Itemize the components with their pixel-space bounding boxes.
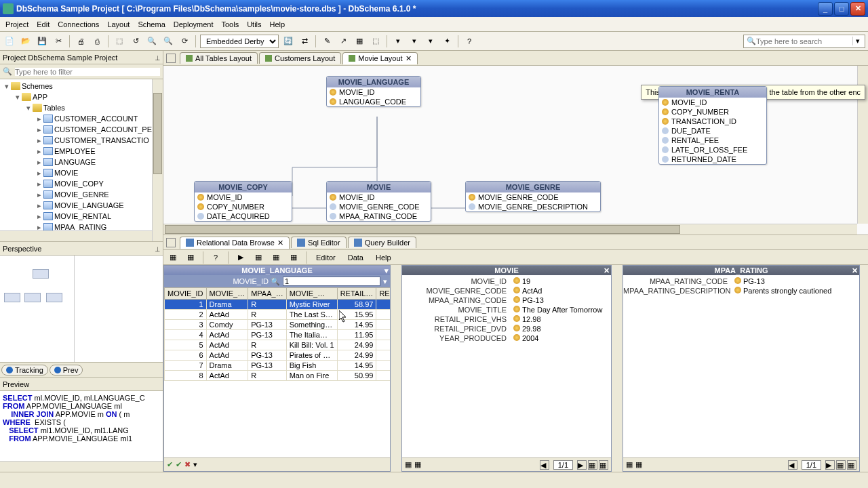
menu-help[interactable]: Help: [270, 20, 285, 28]
zoom-out-icon[interactable]: 🔍: [161, 35, 175, 48]
zoom-in-icon[interactable]: 🔍: [145, 35, 159, 48]
table-row[interactable]: 5ActAdRKill Bill: Vol. 124.9929.992003: [165, 340, 391, 350]
close-tab-icon[interactable]: ✕: [406, 54, 412, 63]
layout-tab-movie-layout[interactable]: Movie Layout✕: [342, 52, 417, 64]
entity-movie_rental[interactable]: MOVIE_RENTAMOVIE_IDCOPY_NUMBERTRANSACTIO…: [658, 86, 767, 165]
menu-connections[interactable]: Connections: [58, 20, 99, 28]
help-label[interactable]: Help: [372, 253, 395, 262]
tool-icon[interactable]: ↗: [336, 35, 350, 48]
edit-icon[interactable]: ✎: [320, 35, 334, 48]
bp-help-icon[interactable]: ?: [209, 251, 222, 264]
open-icon[interactable]: 📂: [19, 35, 33, 48]
new-icon[interactable]: 📄: [3, 35, 16, 48]
tree-table-customer_transactio[interactable]: ▸CUSTOMER_TRANSACTIO: [0, 135, 163, 146]
bp-run-icon[interactable]: ▶: [234, 251, 248, 264]
menu-utils[interactable]: Utils: [247, 20, 261, 28]
relation-icon[interactable]: ⬚: [369, 35, 382, 48]
detail-row: YEAR_PRODUCED2004: [402, 333, 611, 343]
bp-tool2-icon[interactable]: ▦: [184, 251, 197, 264]
save-icon[interactable]: 💾: [35, 35, 49, 48]
menu-schema[interactable]: Schema: [138, 20, 165, 28]
diagram-scrollbar-h[interactable]: [163, 224, 857, 235]
maximize-button[interactable]: □: [834, 2, 849, 16]
search-input[interactable]: [756, 37, 852, 45]
menu-project[interactable]: Project: [5, 20, 28, 28]
print-icon[interactable]: 🖨: [74, 35, 87, 48]
minimize-button[interactable]: _: [818, 2, 833, 16]
table-row[interactable]: 2ActAdRThe Last S…15.9519.962003: [165, 310, 391, 320]
pin-icon[interactable]: ⟂: [155, 54, 160, 62]
bp-tool1-icon[interactable]: ▦: [166, 251, 180, 264]
bp-grid2-icon[interactable]: ▦: [269, 251, 283, 264]
bp-grid3-icon[interactable]: ▦: [287, 251, 300, 264]
bottom-toggle-icon[interactable]: [166, 238, 176, 247]
sync-icon[interactable]: ⇄: [298, 35, 311, 48]
search-dropdown-icon[interactable]: ▾: [852, 37, 862, 45]
tree-app[interactable]: ▾APP: [0, 92, 163, 102]
tree-tables[interactable]: ▾Tables: [0, 102, 163, 113]
data-panel-movie: MOVIE✕MOVIE_ID19MOVIE_GENRE_CODEActAdMPA…: [401, 265, 612, 472]
tree-table-language[interactable]: ▸LANGUAGE: [0, 157, 163, 167]
tree-scrollbar-v[interactable]: [152, 79, 163, 241]
perspective-tab-tracking[interactable]: Tracking: [1, 365, 48, 375]
layout-tab-all-tables-layout[interactable]: All Tables Layout: [180, 52, 258, 64]
table-row[interactable]: 3ComdyPG-13Something…14.9529.992003: [165, 320, 391, 330]
tree-table-customer_account_pe[interactable]: ▸CUSTOMER_ACCOUNT_PE: [0, 124, 163, 135]
entity-movie_genre[interactable]: MOVIE_GENREMOVIE_GENRE_CODEMOVIE_GENRE_D…: [465, 181, 601, 212]
perspective-pin-icon[interactable]: ⟂: [155, 245, 160, 253]
layout-toggle-icon[interactable]: [166, 54, 176, 63]
menu-edit[interactable]: Edit: [37, 20, 50, 28]
search-box[interactable]: 🔍 ▾: [743, 35, 865, 48]
preview-scrollbar[interactable]: [0, 461, 163, 472]
connect-icon[interactable]: 🔄: [281, 35, 295, 48]
tree-schemes[interactable]: ▾Schemes: [0, 81, 163, 92]
filter-input[interactable]: [283, 277, 380, 286]
entity-movie[interactable]: MOVIEMOVIE_IDMOVIE_GENRE_CODEMPAA_RATING…: [326, 181, 431, 222]
database-select[interactable]: Embedded Derby: [200, 35, 279, 48]
export-icon[interactable]: ⎙: [90, 35, 104, 48]
table-row[interactable]: 7DramaPG-13Big Fish14.9519.942003: [165, 361, 391, 371]
close-button[interactable]: ✕: [850, 2, 865, 16]
dropdown1-icon[interactable]: ▾: [391, 35, 405, 48]
help-icon[interactable]: ?: [462, 35, 476, 48]
schema-tree[interactable]: ▾Schemes▾APP▾Tables▸CUSTOMER_ACCOUNT▸CUS…: [0, 79, 163, 241]
perspective-tab-prev[interactable]: Prev: [50, 365, 83, 375]
tree-table-customer_account[interactable]: ▸CUSTOMER_ACCOUNT: [0, 113, 163, 124]
diagram-minimap[interactable]: [0, 256, 75, 362]
bottom-tab-query-builder[interactable]: Query Builder: [348, 237, 416, 248]
tree-filter-input[interactable]: [15, 68, 160, 76]
table-row[interactable]: 1DramaRMystic River58.9719.962003: [165, 300, 391, 310]
tree-table-movie_genre[interactable]: ▸MOVIE_GENRE: [0, 189, 163, 200]
tree-table-employee[interactable]: ▸EMPLOYEE: [0, 146, 163, 157]
zoom-fit-icon[interactable]: ⬚: [113, 35, 126, 48]
menu-layout[interactable]: Layout: [107, 20, 130, 28]
dropdown3-icon[interactable]: ▾: [424, 35, 437, 48]
tree-table-movie[interactable]: ▸MOVIE: [0, 167, 163, 178]
tools-icon[interactable]: ✦: [440, 35, 454, 48]
detail-row: MPAA_RATING_CODEPG-13: [402, 296, 611, 305]
cut-icon[interactable]: ✂: [52, 35, 65, 48]
bp-grid1-icon[interactable]: ▦: [252, 251, 265, 264]
bottom-tab-relational-data-browse[interactable]: Relational Data Browse✕: [180, 237, 290, 249]
editor-label[interactable]: Editor: [312, 253, 340, 262]
tree-table-movie_rental[interactable]: ▸MOVIE_RENTAL: [0, 211, 163, 222]
entity-movie_copy[interactable]: MOVIE_COPYMOVIE_IDCOPY_NUMBERDATE_ACQUIR…: [194, 181, 292, 222]
close-tab-icon[interactable]: ✕: [277, 239, 283, 247]
entity-movie_language[interactable]: MOVIE_LANGUAGEMOVIE_IDLANGUAGE_CODE: [326, 76, 421, 107]
tree-scrollbar-h[interactable]: [0, 230, 152, 241]
data-label[interactable]: Data: [344, 253, 368, 262]
table-row[interactable]: 6ActAdPG-13Pirates of …24.9929.992003: [165, 350, 391, 361]
zoom-actual-icon[interactable]: ↺: [129, 35, 142, 48]
menu-deployment[interactable]: Deployment: [174, 20, 214, 28]
tree-table-movie_copy[interactable]: ▸MOVIE_COPY: [0, 178, 163, 189]
table-row[interactable]: 4ActAdPG-13The Italia…11.9519.992003: [165, 330, 391, 340]
bottom-tab-sql-editor[interactable]: Sql Editor: [291, 237, 347, 248]
table-row[interactable]: 8ActAdRMan on Fire50.9929.982004: [165, 371, 391, 381]
table-icon[interactable]: ▦: [353, 35, 366, 48]
refresh-icon[interactable]: ⟳: [178, 35, 191, 48]
er-diagram[interactable]: This icon indicates the presence Add the…: [163, 66, 868, 235]
tree-table-movie_language[interactable]: ▸MOVIE_LANGUAGE: [0, 200, 163, 211]
dropdown2-icon[interactable]: ▾: [408, 35, 421, 48]
layout-tab-customers-layout[interactable]: Customers Layout: [259, 52, 341, 64]
menu-tools[interactable]: Tools: [221, 20, 239, 28]
